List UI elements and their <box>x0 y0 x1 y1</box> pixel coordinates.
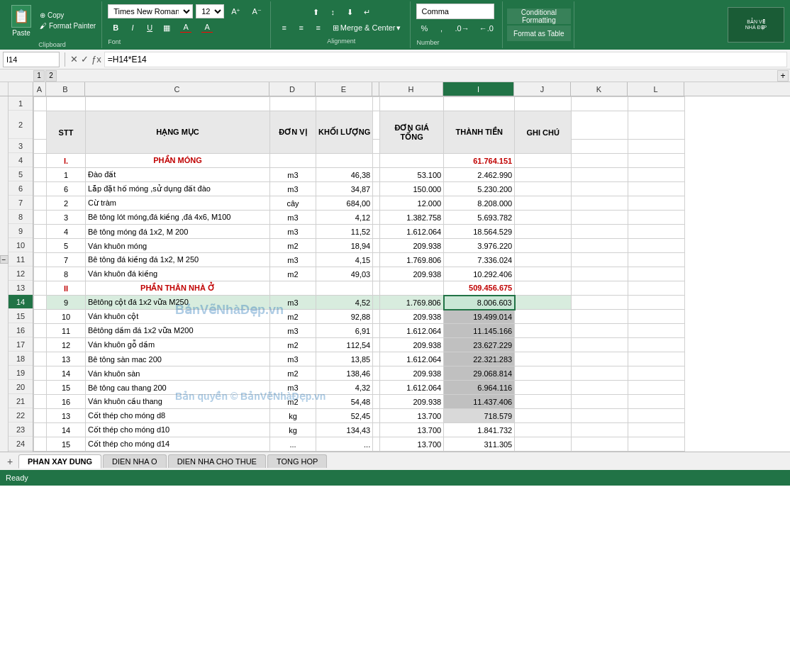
cell-h8[interactable]: 1.382.758 <box>380 211 444 225</box>
cell-a8[interactable] <box>34 211 47 225</box>
cell-e15[interactable]: 92,88 <box>316 310 373 324</box>
cell-k4[interactable] <box>572 154 628 168</box>
cell-i1[interactable] <box>444 97 515 111</box>
format-painter-button[interactable]: 🖌 Format Painter <box>38 21 97 30</box>
cell-b2-header[interactable]: STT <box>47 111 86 154</box>
cell-l16[interactable] <box>628 324 685 338</box>
cell-d9[interactable]: m3 <box>270 225 316 239</box>
cell-l2[interactable] <box>628 111 685 140</box>
cell-f15[interactable] <box>373 310 380 324</box>
freeze-minus-button[interactable]: − <box>0 255 9 264</box>
cell-l3[interactable] <box>628 140 685 154</box>
cell-d20[interactable]: m3 <box>270 381 316 395</box>
cell-a14[interactable] <box>34 296 47 310</box>
cell-b9[interactable]: 4 <box>47 225 86 239</box>
increase-decimal-button[interactable]: .0→ <box>450 21 473 35</box>
cell-h23[interactable]: 13.700 <box>380 423 444 437</box>
cell-l19[interactable] <box>628 366 685 381</box>
cell-k6[interactable] <box>572 182 628 196</box>
cell-c12[interactable]: Ván khuôn đá kiềng <box>86 267 270 281</box>
cell-l6[interactable] <box>628 182 685 196</box>
cell-e1[interactable] <box>316 97 373 111</box>
row-num-19[interactable]: 19 <box>9 366 33 380</box>
cell-h15[interactable]: 209.938 <box>380 310 444 324</box>
cell-a11[interactable] <box>34 253 47 267</box>
add-sheet-button[interactable]: + <box>3 454 17 469</box>
cell-k11[interactable] <box>572 253 628 267</box>
cell-i2-header[interactable]: THÀNH TIỀN <box>444 111 515 154</box>
cell-i4[interactable]: 61.764.151 <box>444 154 515 168</box>
cell-e8[interactable]: 4,12 <box>316 211 373 225</box>
cell-i10[interactable]: 3.976.220 <box>444 239 515 253</box>
cell-d14[interactable]: m3 <box>270 296 316 310</box>
cell-c13[interactable]: PHẦN THÂN NHÀ Ở <box>86 281 270 296</box>
row-num-14[interactable]: 14 <box>9 295 33 309</box>
cell-f7[interactable] <box>373 196 380 211</box>
row-num-1[interactable]: 1 <box>9 96 33 111</box>
cell-i24[interactable]: 311.305 <box>444 437 515 452</box>
cell-e10[interactable]: 18,94 <box>316 239 373 253</box>
font-color-button[interactable]: A <box>197 21 217 35</box>
cell-e12[interactable]: 49,03 <box>316 267 373 281</box>
cell-e16[interactable]: 6,91 <box>316 324 373 338</box>
cell-k21[interactable] <box>572 395 628 409</box>
cell-c2-header[interactable]: HẠNG MỤC <box>86 111 270 154</box>
cell-a12[interactable] <box>34 267 47 281</box>
col-header-d[interactable]: D <box>269 82 316 96</box>
wrap-text-button[interactable]: ↵ <box>359 5 374 19</box>
cell-l23[interactable] <box>628 423 685 437</box>
cell-l12[interactable] <box>628 267 685 281</box>
cell-b4[interactable]: I. <box>47 154 86 168</box>
cell-c15[interactable]: Ván khuôn cột <box>86 310 270 324</box>
cell-k7[interactable] <box>572 196 628 211</box>
cell-b24[interactable]: 15 <box>47 437 86 452</box>
cell-f21[interactable] <box>373 395 380 409</box>
cell-j9[interactable] <box>515 225 572 239</box>
cell-i20[interactable]: 6.964.116 <box>444 381 515 395</box>
cell-a16[interactable] <box>34 324 47 338</box>
cell-f6[interactable] <box>373 182 380 196</box>
decrease-decimal-button[interactable]: ←.0 <box>475 21 498 35</box>
cell-h4[interactable] <box>380 154 444 168</box>
cell-e6[interactable]: 34,87 <box>316 182 373 196</box>
col-header-l[interactable]: L <box>628 82 684 96</box>
cell-d5[interactable]: m3 <box>270 168 316 182</box>
cell-b5[interactable]: 1 <box>47 168 86 182</box>
cell-h13[interactable] <box>380 281 444 296</box>
row-num-12[interactable]: 12 <box>9 267 33 281</box>
cancel-formula-icon[interactable]: ✕ <box>70 54 78 65</box>
cell-k14[interactable] <box>572 296 628 310</box>
row-num-22[interactable]: 22 <box>9 408 33 422</box>
row-num-20[interactable]: 20 <box>9 380 33 394</box>
cell-d18[interactable]: m3 <box>270 352 316 366</box>
cell-c10[interactable]: Ván khuôn móng <box>86 239 270 253</box>
align-top-button[interactable]: ⬆ <box>308 5 323 19</box>
cell-c6[interactable]: Lắp đặt hố móng ,sử dụng đất đào <box>86 182 270 196</box>
cell-d13[interactable] <box>270 281 316 296</box>
cell-b19[interactable]: 14 <box>47 366 86 381</box>
cell-l20[interactable] <box>628 381 685 395</box>
cell-b21[interactable]: 16 <box>47 395 86 409</box>
cell-f5[interactable] <box>373 168 380 182</box>
cell-j24[interactable] <box>515 437 572 452</box>
cell-f16[interactable] <box>373 324 380 338</box>
cell-c21[interactable]: Ván khuôn cầu thang <box>86 395 270 409</box>
cell-j1[interactable] <box>515 97 572 111</box>
cell-i15[interactable]: 19.499.014 <box>444 310 515 324</box>
cell-f13[interactable] <box>373 281 380 296</box>
col-header-h[interactable]: H <box>379 82 443 96</box>
formula-input[interactable] <box>104 52 787 67</box>
col-header-i[interactable]: I <box>443 82 514 96</box>
cell-f2[interactable] <box>373 111 380 140</box>
tab-phan-xay-dung[interactable]: PHAN XAY DUNG <box>18 454 101 469</box>
cell-a15[interactable] <box>34 310 47 324</box>
cell-d4[interactable] <box>270 154 316 168</box>
cell-j18[interactable] <box>515 352 572 366</box>
cell-j16[interactable] <box>515 324 572 338</box>
conditional-formatting-button[interactable]: Conditional Formatting <box>507 9 571 24</box>
cell-a6[interactable] <box>34 182 47 196</box>
cell-a13[interactable] <box>34 281 47 296</box>
col-header-k[interactable]: K <box>571 82 628 96</box>
cell-e24[interactable]: ... <box>316 437 373 452</box>
row-num-18[interactable]: 18 <box>9 352 33 366</box>
